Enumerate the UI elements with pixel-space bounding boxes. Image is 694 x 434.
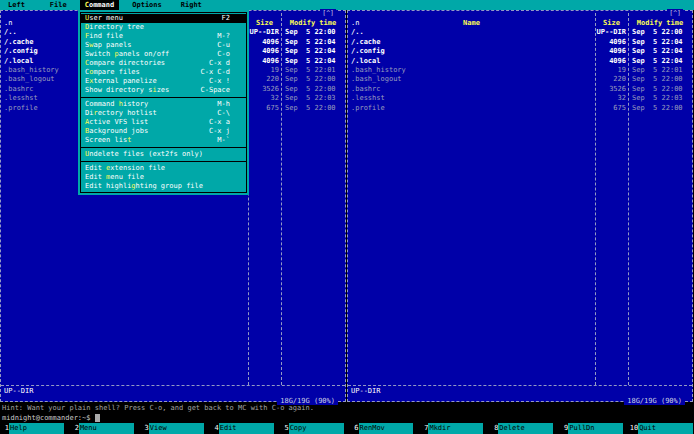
file-row[interactable]: /.cache4096Sep 5 22:04 [348,38,692,47]
menu-item-directory-tree[interactable]: Directory tree [81,23,246,32]
file-list: .nName Size Modify time /..UP--DIRSep 5 … [348,19,692,113]
file-mtime: Sep 5 22:04 [281,38,345,47]
menu-item-user-menu[interactable]: User menuF2 [81,14,246,23]
command-dropdown-menu: User menuF2 Directory tree Find fileM-? … [78,10,249,195]
menu-shortcut: M-h [217,100,242,109]
column-header-size[interactable]: Size [595,19,628,28]
menu-item-screen-list[interactable]: Screen listM-` [81,136,246,145]
fkey-edit[interactable]: 4Edit [210,423,274,434]
file-row[interactable]: .bashrc3526Sep 5 22:00 [348,85,692,94]
menubar-item-left[interactable]: Left [4,0,29,10]
fkey-pulldn[interactable]: 9PullDn [559,423,623,434]
fkey-renmov[interactable]: 6RenMov [350,423,414,434]
file-size: UP--DIR [595,28,628,37]
panel-collapse-marker[interactable]: [^] [667,9,683,17]
file-row[interactable]: /.config4096Sep 5 22:04 [348,47,692,56]
text-cursor [95,414,100,422]
file-mtime: Sep 5 22:04 [628,57,692,66]
file-mtime: Sep 5 22:00 [281,28,345,37]
column-header-mtime[interactable]: Modify time [281,19,345,28]
menu-item-show-directory-sizes[interactable]: Show directory sizesC-Space [81,86,246,95]
menu-separator [81,159,246,164]
function-key-bar: 1Help 2Menu 3View 4Edit 5Copy 6RenMov 7M… [0,423,694,434]
file-mtime: Sep 5 22:04 [628,38,692,47]
menu-shortcut: C-Space [200,86,242,95]
file-name: /.. [348,28,595,37]
fkey-help[interactable]: 1Help [0,423,64,434]
column-header-size[interactable]: Size [248,19,281,28]
column-header-mtime[interactable]: Modify time [628,19,692,28]
menu-item-edit-menu-file[interactable]: Edit menu file [81,173,246,182]
menu-item-compare-directories[interactable]: Compare directoriesC-x d [81,59,246,68]
menu-item-switch-panels-on-off[interactable]: Switch panels on/offC-o [81,50,246,59]
menu-shortcut: C-x j [209,127,242,136]
file-row[interactable]: .lesshst32Sep 5 22:03 [348,94,692,103]
menubar-item-command-selected[interactable]: Command [80,0,120,10]
menu-shortcut: C-x d [209,59,242,68]
file-row[interactable]: /.local4096Sep 5 22:04 [348,57,692,66]
file-size: 19 [595,66,628,75]
fkey-delete[interactable]: 8Delete [489,423,553,434]
menu-item-edit-extension-file[interactable]: Edit extension file [81,164,246,173]
file-mtime: Sep 5 22:04 [628,47,692,56]
file-row[interactable]: .bash_logout220Sep 5 22:00 [348,75,692,84]
menu-shortcut [230,182,242,191]
menu-shortcut: M-` [217,136,242,145]
file-name: .profile [348,104,595,113]
panel-collapse-marker[interactable]: [^] [320,9,336,17]
menu-item-external-panelize[interactable]: External panelizeC-x ! [81,77,246,86]
file-mtime: Sep 5 22:00 [281,85,345,94]
menu-item-background-jobs[interactable]: Background jobsC-x j [81,127,246,136]
file-name: .bash_history [348,66,595,75]
file-size: 675 [248,104,281,113]
file-size: 4096 [248,38,281,47]
file-size: 19 [248,66,281,75]
file-mtime: Sep 5 22:03 [281,94,345,103]
ministatus-separator [1,385,345,386]
menu-shortcut: F2 [222,14,242,23]
file-size: 220 [248,75,281,84]
fkey-copy[interactable]: 5Copy [280,423,344,434]
fkey-menu[interactable]: 2Menu [70,423,134,434]
menu-item-compare-files[interactable]: Compare filesC-x C-d [81,68,246,77]
file-row[interactable]: /..UP--DIRSep 5 22:00 [348,28,692,37]
file-row[interactable]: .bash_history19Sep 5 22:01 [348,66,692,75]
shell-command-line[interactable]: midnight@commander:~$ [2,413,100,423]
menu-shortcut [230,173,242,182]
fkey-view[interactable]: 3View [140,423,204,434]
fkey-quit[interactable]: 10Quit [629,423,693,434]
column-header-row: .nName Size Modify time [348,19,692,28]
sort-indicator: .n [4,19,12,28]
menubar-item-file[interactable]: File [46,0,71,10]
menu-shortcut: C-u [217,41,242,50]
column-header-name[interactable]: .nName [348,19,595,28]
menubar-item-right[interactable]: Right [177,0,206,10]
ministatus-separator [348,385,692,386]
menu-bar: Left File Command Options Right [0,0,694,10]
file-size: 4096 [595,57,628,66]
menu-separator [81,145,246,150]
menu-item-find-file[interactable]: Find fileM-? [81,32,246,41]
menu-shortcut: C-x C-d [200,68,242,77]
file-mtime: Sep 5 22:00 [628,28,692,37]
menu-item-edit-highlighting-group-file[interactable]: Edit highlighting group file [81,182,246,191]
file-size: 4096 [248,57,281,66]
menu-shortcut: C-o [217,50,242,59]
menu-shortcut: C-\ [217,109,242,118]
menu-item-directory-hotlist[interactable]: Directory hotlistC-\ [81,109,246,118]
menubar-item-options[interactable]: Options [128,0,166,10]
file-row[interactable]: .profile675Sep 5 22:00 [348,104,692,113]
menu-item-undelete-files[interactable]: Undelete files (ext2fs only) [81,150,246,159]
mc-terminal-screen: Left File Command Options Right [^] .nNa… [0,0,694,434]
menu-item-swap-panels[interactable]: Swap panelsC-u [81,41,246,50]
menu-item-command-history[interactable]: Command historyM-h [81,100,246,109]
fkey-mkdir[interactable]: 7Mkdir [419,423,483,434]
disk-free-indicator: 18G/19G (90%) [624,397,685,405]
file-size: 3526 [248,85,281,94]
file-name: /.config [348,47,595,56]
menu-shortcut: C-x ! [209,77,242,86]
menu-shortcut [230,23,242,32]
menu-shortcut: C-x a [209,118,242,127]
file-size: 3526 [595,85,628,94]
menu-item-active-vfs-list[interactable]: Active VFS listC-x a [81,118,246,127]
